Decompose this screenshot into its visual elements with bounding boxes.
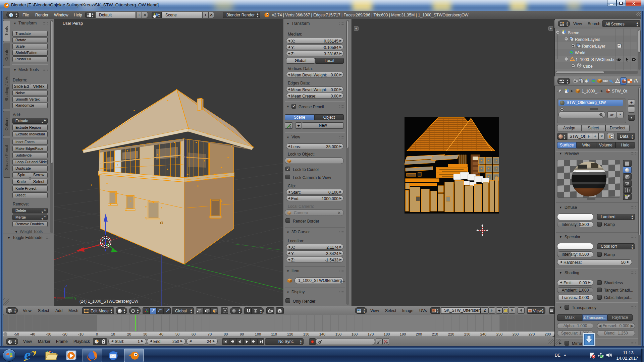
svg-text:User Persp: User Persp (63, 21, 83, 26)
svg-text:y: y (74, 296, 76, 300)
svg-text:z: z (65, 284, 67, 288)
svg-text:(24) 1_1000_STWOttersbergOW: (24) 1_1000_STWOttersbergOW (79, 299, 139, 304)
